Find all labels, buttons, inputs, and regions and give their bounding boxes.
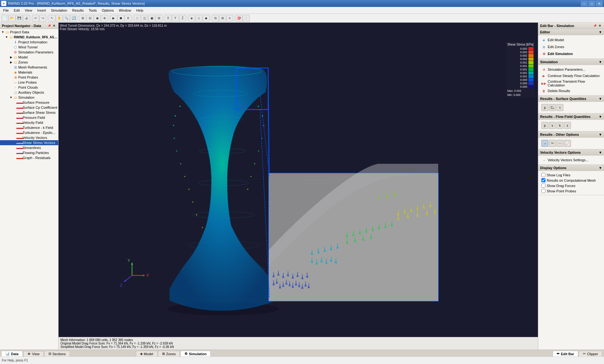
toolbar-render1[interactable]: ◈ — [188, 15, 195, 22]
toolbar-axis2[interactable]: Y — [172, 15, 179, 22]
toolbar-sim1[interactable]: ▶ — [110, 15, 117, 22]
tree-item-velocity-field[interactable]: ▬▬ Velocity Field — [0, 120, 58, 125]
tree-item-project-info[interactable]: ℹ Project Information — [0, 40, 58, 45]
toolbar-extra2[interactable]: ⊞ — [219, 15, 226, 22]
tab-view[interactable]: 👁 View — [23, 351, 44, 356]
tab-zones[interactable]: ⊞ Zones — [158, 351, 180, 356]
surface-quantities-header[interactable]: Results - Surface Quantities ▼ — [538, 96, 604, 102]
show-point-probes-checkbox[interactable] — [541, 189, 545, 193]
tab-model[interactable]: ◈ Model — [136, 351, 157, 356]
tree-item-graph-residuals[interactable]: ▬▬ Graph - Residuals — [0, 155, 58, 160]
continue-transient-btn[interactable]: ▶▶ Continue Transient Flow Calculation — [540, 79, 602, 88]
toolbar-move[interactable]: ✋ — [56, 15, 63, 22]
menu-edit[interactable]: Edit — [11, 7, 22, 14]
velocity-settings-btn[interactable]: → Velocity Vectors Settings... — [540, 157, 602, 163]
tree-item-surface-shear[interactable]: ▬▬ Surface Shear Stress — [0, 110, 58, 115]
right-panel-close[interactable]: ✕ — [598, 24, 602, 28]
toolbar-view1[interactable]: □ — [134, 15, 141, 22]
menu-insert[interactable]: Insert — [35, 7, 48, 14]
tree-item-velocity-vectors[interactable]: ▬▬ Velocity Vectors — [0, 135, 58, 140]
toolbar-sim3[interactable]: ⏸ — [125, 15, 132, 22]
tab-edit-bar[interactable]: ✏ Edit Bar — [553, 351, 578, 356]
toolbar-zoom[interactable]: 🔍 — [63, 15, 70, 22]
toolbar-new[interactable]: 📄 — [1, 15, 8, 22]
tab-clipper[interactable]: ✂ Clipper — [579, 351, 602, 356]
tree-item-turbulence-eps[interactable]: ▬▬ Turbulence - Epsilon Field — [0, 130, 58, 135]
results-on-mesh-row[interactable]: Results on Computational Mesh — [540, 178, 602, 183]
toolbar-btn4[interactable]: ⊕ — [101, 15, 108, 22]
toolbar-btn2[interactable]: ⊟ — [87, 15, 93, 22]
maximize-button[interactable]: □ — [588, 1, 595, 6]
viewport-3d[interactable]: X Y Z — [59, 23, 538, 350]
tree-item-flowing-particles[interactable]: ▬▬ Flowing Particles — [0, 150, 58, 155]
flow-k-btn[interactable]: k — [556, 122, 563, 129]
toolbar-print[interactable]: 🖨 — [23, 15, 30, 22]
display-options-header[interactable]: Display Options ▼ — [538, 165, 604, 171]
toolbar-axis3[interactable]: Z — [179, 15, 186, 22]
tree-item-project-data[interactable]: ▼ 🗂 Project Data — [0, 30, 58, 35]
toolbar-btn1[interactable]: ⊞ — [79, 15, 86, 22]
close-button[interactable]: ✕ — [596, 1, 603, 6]
toolbar-btn3[interactable]: ◉ — [94, 15, 101, 22]
flow-p-btn[interactable]: p — [541, 122, 548, 129]
toolbar-save[interactable]: 💾 — [16, 15, 23, 22]
toolbar-render2[interactable]: ◇ — [195, 15, 202, 22]
toolbar-redo[interactable]: ↪ — [39, 15, 46, 22]
toolbar-select[interactable]: ↖ — [48, 15, 55, 22]
flow-eps-btn[interactable]: ε — [564, 122, 571, 129]
toolbar-view4[interactable]: ⊞ — [155, 15, 162, 22]
toolbar-extra5[interactable]: ⋮ — [243, 15, 250, 22]
panel-pin-icon[interactable]: 📌 — [47, 24, 51, 28]
edit-model-btn[interactable]: ◈ Edit Model — [540, 36, 602, 43]
menu-window[interactable]: Window — [116, 7, 134, 14]
menu-file[interactable]: File — [1, 7, 11, 14]
show-drag-forces-row[interactable]: Show Drag Forces — [540, 183, 602, 188]
flow-v-btn[interactable]: v — [549, 122, 556, 129]
editor-section-header[interactable]: Editor ▼ — [538, 29, 604, 35]
tree-item-surface-pressure[interactable]: ▬▬ Surface Pressure — [0, 100, 58, 105]
tree-item-project[interactable]: ▼ 🗂 RWIND_Kuhlturm_RF6_AS_Rotated — [0, 35, 58, 40]
tab-simulation[interactable]: ⚙ Simulation — [180, 351, 211, 356]
surface-p-btn[interactable]: p — [541, 104, 548, 111]
tree-item-surface-cp[interactable]: ▬▬ Surface Cp Coefficient — [0, 105, 58, 110]
menu-help[interactable]: Help — [134, 7, 146, 14]
simulation-section-header[interactable]: Simulation ▼ — [538, 59, 604, 65]
toolbar-axis1[interactable]: X — [165, 15, 172, 22]
toolbar-open[interactable]: 📂 — [8, 15, 15, 22]
tree-item-simulation[interactable]: ▼ 🗂 Simulation — [0, 95, 58, 100]
toolbar-extra1[interactable]: ⧉ — [212, 15, 219, 22]
tree-item-materials[interactable]: ◈ Materials — [0, 70, 58, 75]
surface-tau-btn[interactable]: τ — [556, 104, 563, 111]
tab-data[interactable]: 📊 Data — [1, 351, 23, 356]
show-point-probes-row[interactable]: Show Point Probes — [540, 188, 602, 194]
sim-params-btn[interactable]: ⚙ Simulation Parameters... — [540, 66, 602, 73]
toolbar-extra4[interactable]: 🎯 — [235, 15, 242, 22]
tree-item-sim-params[interactable]: ⚙ Simulation Parameters — [0, 50, 58, 55]
tree-item-model[interactable]: ▶ 🗂 Model — [0, 55, 58, 60]
tab-sections[interactable]: ⊟ Sections — [44, 351, 70, 356]
toolbar-render3[interactable]: ◆ — [203, 15, 210, 22]
tree-item-shear-stress-vectors[interactable]: ▬▬ Shear Stress Vectors — [0, 140, 58, 145]
right-panel-pin[interactable]: 📌 — [593, 24, 597, 28]
show-log-files-checkbox[interactable] — [541, 173, 545, 177]
results-on-mesh-checkbox[interactable] — [541, 178, 545, 182]
edit-zones-btn[interactable]: ⊞ Edit Zones — [540, 43, 602, 50]
toolbar-extra3[interactable]: ≡ — [226, 15, 233, 22]
tree-item-aux-objects[interactable]: ◻ Auxiliary Objects — [0, 90, 58, 95]
menu-results[interactable]: Results — [70, 7, 86, 14]
toolbar-view3[interactable]: ▣ — [148, 15, 155, 22]
show-log-files-row[interactable]: Show Log Files — [540, 172, 602, 178]
continue-steady-btn[interactable]: ▶ Continue Steady Flow Calculation — [540, 73, 602, 79]
toolbar-undo[interactable]: ↩ — [32, 15, 39, 22]
graph-btn[interactable]: 📈 — [564, 140, 571, 147]
flow-field-header[interactable]: Results - Flow Field Quantities ▼ — [538, 113, 604, 120]
velocity-vectors-header[interactable]: Velocity Vectors Options ▼ — [538, 149, 604, 156]
vectors-btn1[interactable]: → — [541, 140, 548, 147]
toolbar-rotate[interactable]: 🔄 — [70, 15, 77, 22]
edit-simulation-btn[interactable]: ⚙ Edit Simulation — [540, 50, 602, 57]
menu-tools[interactable]: Tools — [86, 7, 99, 14]
panel-close-icon[interactable]: ✕ — [52, 24, 56, 28]
tree-item-zones[interactable]: ▶ 🗂 Zones — [0, 60, 58, 65]
toolbar-sim2[interactable]: ⏹ — [117, 15, 124, 22]
tree-item-point-probes[interactable]: ⊕ Point Probes — [0, 75, 58, 80]
